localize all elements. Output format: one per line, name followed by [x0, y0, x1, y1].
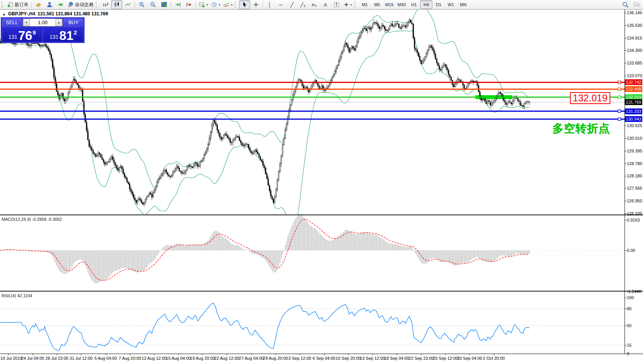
- zoom-out-button[interactable]: [147, 0, 158, 9]
- book-icon: [35, 2, 42, 8]
- shapes-icon: [344, 2, 349, 7]
- time-axis-tick: [8, 354, 9, 355]
- clock-icon: [211, 2, 217, 8]
- trendline-tool-button[interactable]: ╱: [286, 0, 297, 9]
- price-callout-box[interactable]: 132.019: [570, 92, 610, 104]
- buy-button[interactable]: BUY: [63, 18, 83, 26]
- sell-button[interactable]: SELL: [2, 18, 22, 26]
- time-axis-label: 28 Jul 23:00: [45, 356, 68, 361]
- price-axis-tick: [625, 25, 626, 26]
- search-icon: [622, 2, 629, 8]
- bar-chart-mode-button[interactable]: [100, 0, 111, 9]
- sell-price-display[interactable]: 131 76 9: [2, 27, 42, 42]
- timeframe-button-m30[interactable]: M30: [395, 0, 408, 9]
- time-axis-label: 22 Sep 23:00: [409, 356, 434, 361]
- volume-input[interactable]: 1.00: [30, 19, 55, 26]
- timeframe-button-m5[interactable]: M5: [371, 0, 383, 9]
- search-button[interactable]: [620, 0, 631, 9]
- time-axis-tick: [251, 354, 252, 355]
- current-price-label: 131.769: [625, 99, 642, 105]
- zoom-out-icon: [150, 2, 156, 8]
- volume-decrease-button[interactable]: ▼: [23, 19, 30, 26]
- timeframe-button-h1[interactable]: H1: [408, 0, 420, 9]
- rsi-axis-tick: [625, 309, 626, 309]
- candlestick-mode-button[interactable]: [111, 0, 122, 9]
- timeframe-button-d1[interactable]: D1: [432, 0, 445, 9]
- time-axis-label: 30 Sep 04:00: [457, 356, 482, 361]
- price-axis-line[interactable]: [625, 10, 625, 354]
- strategy-tester-button[interactable]: [44, 0, 55, 9]
- auto-scroll-button[interactable]: [172, 0, 183, 9]
- toolbar-drag-handle[interactable]: [96, 2, 98, 8]
- new-chart-icon: [199, 2, 205, 8]
- price-axis-label: 134.300: [627, 48, 642, 53]
- timeframe-button-w1[interactable]: W1: [445, 0, 457, 9]
- market-watch-button[interactable]: [33, 0, 44, 9]
- pivot-annotation-text[interactable]: 多空转折点: [552, 121, 610, 136]
- zoom-in-button[interactable]: [136, 0, 147, 9]
- timeframe-button-mn[interactable]: MN: [457, 0, 469, 9]
- toolbar-drag-handle[interactable]: [2, 2, 4, 8]
- toolbar-drag-handle[interactable]: [354, 2, 357, 8]
- indicators-button[interactable]: ▾: [222, 0, 234, 9]
- macd-label: MACD(12,26,9) -0.2858 -0.3062: [2, 217, 62, 222]
- horizontal-line-tool-button[interactable]: ─: [275, 0, 286, 9]
- price-axis-tick: [625, 13, 626, 13]
- line-chart-mode-button[interactable]: [122, 0, 133, 9]
- vertical-line-tool-button[interactable]: │: [264, 0, 275, 9]
- tile-windows-button[interactable]: [158, 0, 169, 9]
- macd-axis-tick: [625, 291, 626, 292]
- price-axis-tick: [625, 151, 626, 151]
- main-chart-plot[interactable]: [0, 10, 625, 214]
- time-axis-border: [0, 354, 643, 354]
- price-axis-label: 128.180: [627, 174, 642, 178]
- price-axis-label: 126.335: [627, 211, 642, 216]
- price-axis-label: 134.915: [627, 36, 642, 40]
- level-price-label: 132.742: [625, 79, 642, 85]
- time-axis-label: 29 Aug 20:00: [263, 356, 288, 361]
- macd-plot[interactable]: [0, 215, 625, 291]
- time-axis-tick: [227, 354, 227, 355]
- volume-increase-button[interactable]: ▲: [55, 19, 62, 26]
- crosshair-icon: [253, 2, 259, 8]
- time-axis-label: 18 Sep 04:00: [384, 356, 409, 361]
- news-signal-button[interactable]: [55, 0, 66, 9]
- price-axis-label: 128.780: [627, 161, 642, 166]
- channel-tool-button[interactable]: ╱E: [297, 0, 309, 9]
- chart-title: ▲ GBPJPY-,H4 131.561 131.864 131.480 131…: [2, 11, 108, 17]
- new-order-button[interactable]: 新订单: [6, 0, 30, 9]
- price-axis-tick: [625, 138, 626, 139]
- arrows-tool-button[interactable]: ▾: [342, 0, 354, 9]
- horizontal-line-icon: ─: [279, 2, 282, 7]
- timeframe-button-m1[interactable]: M1: [359, 0, 371, 9]
- text-tool-button[interactable]: A: [320, 0, 331, 9]
- timeframe-button-h4[interactable]: H4: [420, 0, 432, 9]
- time-axis-label: 27 Aug 04:00: [239, 356, 264, 361]
- buy-price-display[interactable]: 131 81 2: [43, 27, 83, 42]
- price-axis-tick: [625, 50, 626, 51]
- rsi-plot[interactable]: [0, 292, 625, 354]
- fibonacci-tool-button[interactable]: ≡F: [309, 0, 320, 9]
- time-axis-tick: [203, 354, 203, 355]
- time-axis-tick: [130, 354, 130, 355]
- toolbar-separator: [263, 2, 263, 8]
- text-label-tool-button[interactable]: T: [331, 0, 342, 9]
- price-axis-label: 135.530: [627, 23, 642, 28]
- new-chart-button[interactable]: ▾: [197, 0, 209, 9]
- time-axis-tick: [81, 354, 81, 355]
- vertical-line-icon: │: [268, 2, 271, 7]
- crosshair-tool-button[interactable]: [250, 0, 261, 9]
- autotrading-button[interactable]: 自动交易: [66, 0, 95, 9]
- price-axis-tick: [625, 76, 626, 76]
- time-axis-label: 15 Aug 04:00: [166, 356, 191, 361]
- time-axis-label: 7 Aug 20:00: [119, 356, 141, 361]
- oneclick-collapse-icon[interactable]: ▲: [2, 12, 6, 16]
- level-price-label: 132.408: [625, 86, 642, 92]
- timeframe-button-m15[interactable]: M15: [383, 0, 395, 9]
- chat-button[interactable]: [631, 0, 642, 9]
- cursor-tool-button[interactable]: [239, 0, 250, 9]
- toolbar-drag-handle[interactable]: [235, 2, 238, 8]
- profiles-button[interactable]: ▾: [209, 0, 222, 9]
- chart-shift-button[interactable]: [183, 0, 194, 9]
- volume-stepper: ▼ 1.00 ▲: [23, 18, 63, 26]
